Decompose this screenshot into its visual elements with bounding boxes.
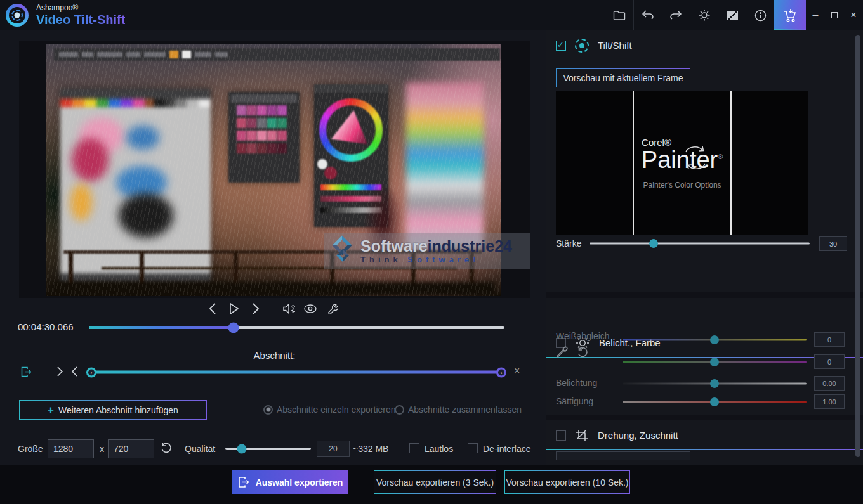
- tools-button[interactable]: [324, 301, 339, 316]
- wb-temperature-thumb[interactable]: [710, 335, 719, 344]
- quality-value-field[interactable]: [317, 441, 350, 457]
- wb-temperature-value[interactable]: [814, 332, 845, 347]
- swatch: [247, 105, 256, 115]
- frame-content: Corel® Painter® Painter's Color Options: [633, 91, 732, 235]
- wb-temperature-slider[interactable]: [623, 335, 807, 345]
- preview-current-frame-button[interactable]: Vorschau mit aktuellem Frame: [556, 68, 690, 87]
- minimize-button[interactable]: –: [806, 0, 825, 30]
- toolbar: – ×: [605, 0, 863, 30]
- scene-color-panel: [314, 84, 388, 227]
- add-section-label: Weiteren Abschnitt hinzufügen: [58, 405, 178, 415]
- scene-panel-titlebar: [60, 89, 211, 99]
- saturation-slider[interactable]: [623, 397, 807, 407]
- set-start-button[interactable]: [56, 366, 63, 377]
- playback-controls: [205, 301, 339, 316]
- info-button[interactable]: [746, 0, 774, 30]
- color-wheel-hole: [326, 105, 376, 155]
- close-button[interactable]: ×: [844, 0, 863, 30]
- swatch-row: [237, 143, 297, 153]
- rotation-stub-button[interactable]: [556, 451, 690, 460]
- painter-reg: ®: [718, 153, 723, 160]
- quality-slider[interactable]: [225, 444, 311, 454]
- reset-wb-icon[interactable]: [576, 346, 589, 359]
- scene-right-panel: [406, 82, 484, 249]
- remove-section-button[interactable]: ×: [514, 365, 520, 377]
- video-preview: Softwareindustrie24 Think Software!: [19, 41, 530, 298]
- radio-unselected-icon[interactable]: [395, 405, 404, 415]
- chevron-right-icon: [56, 366, 63, 377]
- maximize-icon: [831, 12, 838, 18]
- strength-slider[interactable]: [590, 238, 810, 249]
- quality-thumb[interactable]: [237, 444, 246, 454]
- scene-toolbar-item: [97, 52, 122, 57]
- height-field[interactable]: [108, 439, 154, 458]
- wb-tint-value[interactable]: [814, 354, 845, 369]
- range-start-thumb[interactable]: ›: [86, 367, 96, 377]
- radio-export-merged[interactable]: Abschnitte zusammenfassen: [395, 404, 522, 415]
- play-button[interactable]: [227, 301, 242, 316]
- radio-selected-icon[interactable]: [263, 405, 273, 415]
- radio-export-single[interactable]: Abschnitte einzeln exportieren: [263, 404, 396, 415]
- redo-button[interactable]: [662, 0, 690, 30]
- deinterlace-label: De-interlace: [483, 444, 530, 454]
- section-export-toggle[interactable]: [21, 366, 32, 377]
- scene-toolbar-item: [82, 52, 93, 57]
- open-file-button[interactable]: [605, 0, 633, 30]
- mute-checkbox[interactable]: [409, 443, 419, 453]
- scene-toolbar: [54, 48, 500, 61]
- maximize-button[interactable]: [825, 0, 844, 30]
- exposure-slider[interactable]: [623, 378, 807, 389]
- current-time: 00:04:30.066: [18, 321, 74, 332]
- logo-center-dot: [15, 13, 20, 18]
- title-bar: Ashampoo® Video Tilt-Shift – ×: [0, 0, 863, 30]
- paint-blob: [116, 166, 167, 199]
- preview-toggle-button[interactable]: [303, 301, 318, 316]
- color-dot-red: [324, 167, 337, 179]
- chevron-left-icon: [208, 302, 217, 315]
- swatch-row: [237, 118, 297, 128]
- watermark-software: Software!: [407, 255, 479, 264]
- eyedropper-icon[interactable]: [556, 346, 569, 359]
- section-gap: [546, 415, 863, 420]
- tiltshift-checkbox[interactable]: [556, 41, 566, 51]
- previous-frame-button[interactable]: [205, 301, 220, 316]
- preview-export-3s-button[interactable]: Vorschau exportieren (3 Sek.): [374, 470, 496, 494]
- strength-thumb[interactable]: [649, 239, 658, 248]
- set-end-button[interactable]: [71, 366, 79, 377]
- redo-icon: [669, 10, 683, 21]
- preview-export-10s-button[interactable]: Vorschau exportieren (10 Sek.): [504, 470, 630, 494]
- wb-tint-slider[interactable]: [623, 357, 807, 367]
- reset-size-button[interactable]: [160, 442, 173, 455]
- scene-sat-slider: [320, 196, 381, 202]
- add-section-button[interactable]: + Weiteren Abschnitt hinzufügen: [19, 400, 207, 420]
- export-selection-button[interactable]: Auswahl exportieren: [232, 470, 348, 494]
- wb-tint-thumb[interactable]: [710, 358, 719, 366]
- saturation-thumb[interactable]: [710, 397, 719, 406]
- exposure-value[interactable]: [814, 376, 845, 391]
- section-gap: [546, 292, 863, 298]
- section-range-track[interactable]: › ‹: [86, 371, 506, 374]
- timeline-thumb[interactable]: [228, 323, 239, 333]
- undo-button[interactable]: [634, 0, 662, 30]
- timeline-slider[interactable]: [89, 323, 504, 333]
- volume-button[interactable]: [281, 301, 296, 316]
- size-separator: x: [100, 444, 104, 454]
- rotation-checkbox[interactable]: [556, 430, 566, 441]
- preview-current-frame-label: Vorschau mit aktuellem Frame: [563, 73, 683, 83]
- deinterlace-checkbox[interactable]: [468, 443, 478, 453]
- news-button[interactable]: [718, 0, 746, 30]
- settings-button[interactable]: [690, 0, 718, 30]
- panel-scrollbar[interactable]: [855, 35, 860, 457]
- scene-hue-slider: [320, 184, 381, 190]
- exposure-thumb[interactable]: [710, 379, 719, 388]
- width-field[interactable]: [48, 439, 94, 458]
- saturation-value[interactable]: [814, 394, 845, 409]
- strength-value-field[interactable]: [819, 236, 847, 251]
- paint-blob: [126, 126, 159, 150]
- swatch: [237, 105, 246, 115]
- range-end-thumb[interactable]: ‹: [496, 367, 506, 377]
- size-label: Größe: [18, 444, 43, 454]
- next-frame-button[interactable]: [248, 301, 263, 316]
- info-icon: [754, 10, 767, 22]
- shop-button[interactable]: [774, 0, 806, 30]
